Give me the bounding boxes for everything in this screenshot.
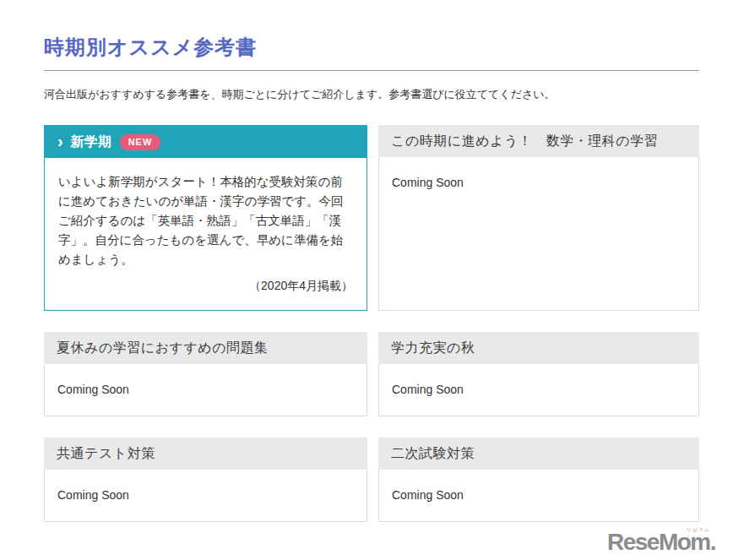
page: 時期別オススメ参考書 河合出版がおすすめする参考書を、時期ごとに分けてご紹介しま… — [0, 35, 744, 522]
new-badge: NEW — [120, 134, 161, 150]
card-math-science-study-body: Coming Soon — [378, 157, 699, 311]
card-secondary-exam-prep-body: Coming Soon — [378, 470, 699, 522]
card-math-science-study-title: この時期に進めよう！ 数学・理科の学習 — [378, 125, 699, 157]
card-new-semester-text: いよいよ新学期がスタート！本格的な受験対策の前に進めておきたいのが単語・漢字の学… — [58, 172, 353, 269]
card-secondary-exam-prep-title: 二次試験対策 — [378, 438, 699, 470]
title-divider — [44, 70, 699, 71]
publish-date-note: （2020年4月掲載） — [58, 276, 353, 296]
card-kyotsu-test-prep-title: 共通テスト対策 — [44, 438, 367, 470]
resemom-logo-ruby: リセマム — [686, 526, 710, 534]
card-new-semester-body: いよいよ新学期がスタート！本格的な受験対策の前に進めておきたいのが単語・漢字の学… — [45, 158, 367, 310]
page-title: 時期別オススメ参考書 — [44, 35, 699, 60]
card-grid: › 新学期 NEW いよいよ新学期がスタート！本格的な受験対策の前に進めておきた… — [44, 125, 699, 522]
card-kyotsu-test-prep-body: Coming Soon — [44, 470, 367, 522]
card-new-semester-header[interactable]: › 新学期 NEW — [45, 126, 367, 158]
chevron-right-icon: › — [57, 133, 63, 150]
card-math-science-study: この時期に進めよう！ 数学・理科の学習 Coming Soon — [378, 125, 699, 311]
card-secondary-exam-prep: 二次試験対策 Coming Soon — [378, 438, 699, 522]
page-description: 河合出版がおすすめする参考書を、時期ごとに分けてご紹介します。参考書選びに役立て… — [44, 86, 699, 103]
card-summer-workbooks: 夏休みの学習におすすめの問題集 Coming Soon — [44, 332, 367, 416]
card-summer-workbooks-title: 夏休みの学習におすすめの問題集 — [44, 332, 367, 364]
card-autumn-achievement-body: Coming Soon — [378, 364, 699, 416]
card-new-semester-title: 新学期 — [70, 133, 112, 151]
card-summer-workbooks-body: Coming Soon — [44, 364, 367, 416]
resemom-logo: リセマム ReseMom. — [607, 530, 715, 554]
card-autumn-achievement: 学力充実の秋 Coming Soon — [378, 332, 699, 416]
card-kyotsu-test-prep: 共通テスト対策 Coming Soon — [44, 438, 367, 522]
card-autumn-achievement-title: 学力充実の秋 — [378, 332, 699, 364]
card-new-semester: › 新学期 NEW いよいよ新学期がスタート！本格的な受験対策の前に進めておきた… — [44, 125, 367, 311]
